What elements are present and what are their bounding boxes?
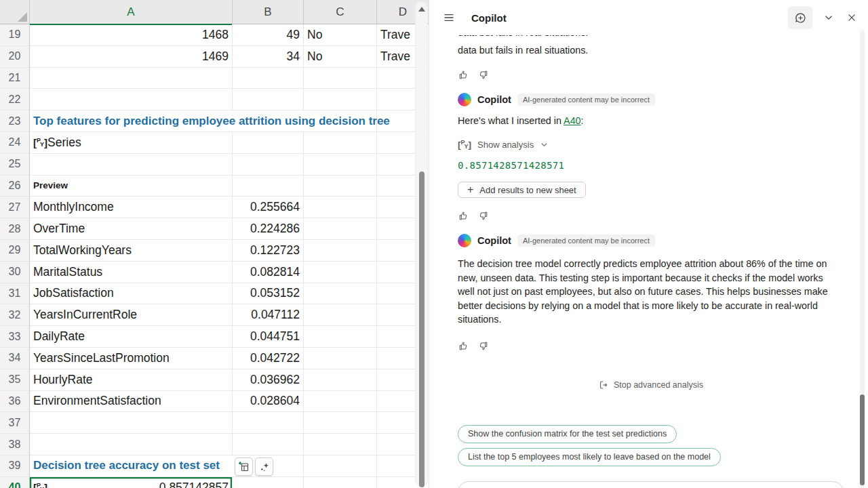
row-header-31[interactable]: 31 (0, 283, 30, 305)
row-header-20[interactable]: 20 (0, 46, 30, 68)
cell-A39[interactable]: Decision tree accuracy on test set (30, 455, 233, 477)
cell-B25[interactable] (233, 154, 304, 176)
cell-C31[interactable] (304, 283, 377, 305)
cell-C35[interactable] (304, 369, 377, 391)
cell-B20[interactable]: 34 (233, 46, 304, 68)
row-header-40[interactable]: 40 (0, 477, 30, 488)
cell-A33[interactable]: DailyRate (30, 326, 233, 348)
cell-C30[interactable] (304, 262, 377, 283)
column-header-C[interactable]: C (304, 0, 377, 24)
cell-C22[interactable] (304, 89, 377, 110)
cell-A32[interactable]: YearsInCurrentRole (30, 304, 233, 326)
select-all-corner[interactable] (0, 0, 30, 24)
row-header-35[interactable]: 35 (0, 369, 30, 391)
cell-C34[interactable] (304, 348, 377, 369)
message-input-box[interactable] (458, 481, 844, 488)
cell-A23[interactable]: Top features for predicting employee att… (30, 110, 233, 132)
row-header-37[interactable]: 37 (0, 412, 30, 434)
cell-C20[interactable]: No (304, 46, 377, 68)
stop-advanced-analysis-button[interactable]: Stop advanced analysis (594, 379, 707, 391)
thumbs-up-button[interactable] (458, 210, 469, 222)
column-header-A[interactable]: A (30, 0, 233, 24)
cell-B19[interactable]: 49 (233, 24, 304, 46)
cell-A22[interactable] (30, 89, 233, 110)
cell-C33[interactable] (304, 326, 377, 348)
cell-C24[interactable] (304, 132, 377, 154)
cell-A30[interactable]: MaritalStatus (30, 262, 233, 283)
cell-B35[interactable]: 0.036962 (233, 369, 304, 391)
row-header-34[interactable]: 34 (0, 348, 30, 369)
row-header-36[interactable]: 36 (0, 391, 30, 413)
row-header-23[interactable]: 23 (0, 110, 30, 132)
row-header-19[interactable]: 19 (0, 24, 30, 46)
cell-B32[interactable]: 0.047112 (233, 304, 304, 326)
thumbs-up-button[interactable] (458, 340, 469, 352)
row-header-26[interactable]: 26 (0, 176, 30, 197)
cell-A38[interactable] (30, 434, 233, 455)
row-header-22[interactable]: 22 (0, 89, 30, 110)
row-header-39[interactable]: 39 (0, 455, 30, 477)
cell-B36[interactable]: 0.028604 (233, 391, 304, 413)
cell-A21[interactable] (30, 68, 233, 89)
cell-A28[interactable]: OverTime (30, 218, 233, 240)
thumbs-down-button[interactable] (477, 69, 489, 81)
row-header-21[interactable]: 21 (0, 68, 30, 89)
cell-C38[interactable] (304, 434, 377, 455)
add-results-to-sheet-button[interactable] (235, 458, 253, 476)
cell-B22[interactable] (233, 89, 304, 110)
row-header-24[interactable]: 24 (0, 132, 30, 154)
scroll-up-arrow-icon[interactable] (418, 7, 425, 12)
sheet-vertical-scrollbar[interactable] (415, 1, 428, 487)
cell-A37[interactable] (30, 412, 233, 434)
cell-B29[interactable]: 0.122723 (233, 240, 304, 262)
cell-A36[interactable]: EnvironmentSatisfaction (30, 391, 233, 413)
cell-B34[interactable]: 0.042722 (233, 348, 304, 369)
cell-C27[interactable] (304, 197, 377, 218)
suggestion-chip-top-5-employees[interactable]: List the top 5 employees most likely to … (458, 448, 721, 466)
cell-A31[interactable]: JobSatisfaction (30, 283, 233, 305)
cell-B37[interactable] (233, 412, 304, 434)
cell-B33[interactable]: 0.044751 (233, 326, 304, 348)
cell-A29[interactable]: TotalWorkingYears (30, 240, 233, 262)
cell-C36[interactable] (304, 391, 377, 413)
cell-A25[interactable] (30, 154, 233, 176)
cell-A26[interactable]: Preview (30, 176, 233, 197)
thumbs-down-button[interactable] (477, 340, 489, 352)
copilot-analyze-button[interactable] (255, 458, 273, 476)
cell-C29[interactable] (304, 240, 377, 262)
row-header-29[interactable]: 29 (0, 240, 30, 262)
column-header-B[interactable]: B (233, 0, 304, 24)
show-analysis-label[interactable]: Show analysis (477, 140, 534, 150)
cell-B21[interactable] (233, 68, 304, 89)
chat-scrollbar-thumb[interactable] (860, 394, 865, 485)
show-analysis-row[interactable]: [PY] Show analysis (458, 140, 844, 150)
cell-A40[interactable]: [PY]0.857142857 (30, 477, 233, 488)
cell-A34[interactable]: YearsSinceLastPromotion (30, 348, 233, 369)
row-header-32[interactable]: 32 (0, 304, 30, 326)
cell-B30[interactable]: 0.082814 (233, 262, 304, 283)
collapse-panel-button[interactable] (821, 9, 837, 26)
close-panel-button[interactable] (844, 9, 860, 26)
cell-C39[interactable] (304, 455, 377, 477)
cell-B40[interactable] (233, 477, 304, 488)
row-header-33[interactable]: 33 (0, 326, 30, 348)
suggestion-chip-confusion-matrix[interactable]: Show the confusion matrix for the test s… (458, 425, 677, 443)
cell-B26[interactable] (233, 176, 304, 197)
cell-B27[interactable]: 0.255664 (233, 197, 304, 218)
cell-C26[interactable] (304, 176, 377, 197)
cell-C19[interactable]: No (304, 24, 377, 46)
cell-A35[interactable]: HourlyRate (30, 369, 233, 391)
new-chat-button[interactable] (788, 6, 812, 29)
cell-A19[interactable]: 1468 (30, 24, 233, 46)
cell-A20[interactable]: 1469 (30, 46, 233, 68)
cell-reference-link[interactable]: A40 (564, 115, 580, 126)
row-header-25[interactable]: 25 (0, 154, 30, 176)
thumbs-up-button[interactable] (458, 69, 469, 81)
cell-B24[interactable] (233, 132, 304, 154)
row-header-27[interactable]: 27 (0, 197, 30, 218)
cell-B31[interactable]: 0.053152 (233, 283, 304, 305)
hamburger-menu-button[interactable] (440, 9, 458, 26)
row-header-38[interactable]: 38 (0, 434, 30, 455)
sheet-scrollbar-thumb[interactable] (419, 171, 425, 487)
cell-A24[interactable]: [PY]Series (30, 132, 233, 154)
